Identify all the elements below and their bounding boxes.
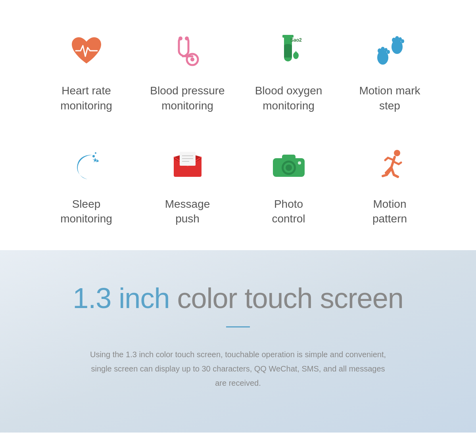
svg-point-13 — [381, 47, 385, 52]
feature-sleep: Sleep monitoring — [36, 137, 137, 235]
svg-point-2 — [185, 36, 189, 40]
photo-label: Photo control — [272, 197, 305, 227]
motion-pattern-icon — [370, 145, 410, 185]
blood-oxygen-icon: Sao2 — [269, 32, 309, 71]
svg-point-35 — [394, 150, 400, 156]
motion-step-label: Motion mark step — [359, 83, 420, 113]
svg-point-23 — [95, 152, 96, 154]
heart-rate-label: Heart rate monitoring — [60, 83, 112, 113]
heart-rate-icon — [67, 32, 106, 71]
message-icon — [168, 145, 207, 185]
svg-point-33 — [286, 165, 292, 171]
screen-title-rest: color touch screen — [169, 282, 403, 314]
features-section: Heart rate monitoring — [0, 0, 476, 250]
svg-point-18 — [395, 36, 399, 41]
svg-rect-30 — [282, 155, 296, 160]
screen-title-highlight: 1.3 inch — [73, 282, 169, 314]
screen-description: Using the 1.3 inch color touch screen, t… — [67, 347, 409, 390]
blood-oxygen-label: Blood oxygen monitoring — [255, 83, 322, 113]
svg-point-1 — [178, 36, 182, 40]
svg-point-20 — [401, 39, 404, 43]
svg-rect-6 — [284, 46, 292, 57]
feature-photo: Photo control — [238, 137, 339, 235]
feature-heart-rate: Heart rate monitoring — [36, 24, 137, 121]
motion-pattern-label: Motion pattern — [372, 197, 407, 227]
motion-step-icon — [370, 32, 410, 71]
svg-point-21 — [92, 155, 95, 157]
svg-text:Sao2: Sao2 — [290, 37, 302, 43]
feature-blood-pressure: Blood pressure monitoring — [137, 24, 238, 121]
svg-point-15 — [387, 50, 390, 54]
svg-point-7 — [284, 44, 292, 47]
photo-icon — [269, 145, 309, 185]
feature-motion-step: Motion mark step — [339, 24, 440, 121]
svg-point-34 — [298, 161, 301, 165]
screen-title: 1.3 inch color touch screen — [16, 282, 460, 314]
feature-message: Message push — [137, 137, 238, 235]
feature-blood-oxygen: Sao2 Blood oxygen monitoring — [238, 24, 339, 121]
svg-point-22 — [96, 160, 98, 162]
bottom-section: 1.3 inch color touch screen Using the 1.… — [0, 250, 476, 433]
blood-pressure-icon — [168, 32, 207, 71]
svg-point-3 — [190, 57, 194, 61]
sleep-label: Sleep monitoring — [60, 197, 112, 227]
feature-motion-pattern: Motion pattern — [339, 137, 440, 235]
title-divider — [226, 326, 250, 327]
features-grid: Heart rate monitoring — [20, 24, 456, 234]
blood-pressure-label: Blood pressure monitoring — [150, 83, 225, 113]
message-label: Message push — [165, 197, 210, 227]
sleep-icon — [67, 145, 106, 185]
